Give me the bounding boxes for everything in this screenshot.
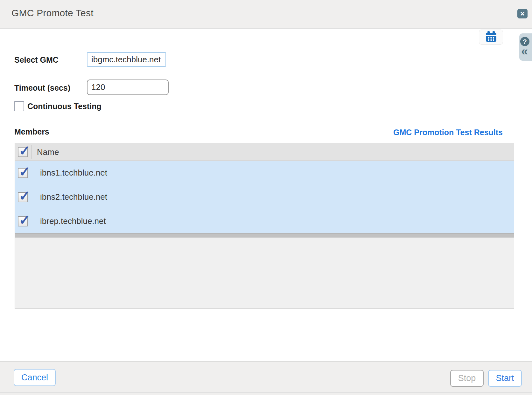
continuous-testing-label: Continuous Testing — [27, 102, 102, 111]
name-column-header: Name — [37, 143, 59, 161]
members-table-header: Name — [15, 143, 514, 161]
member-name: ibns2.techblue.net — [40, 185, 107, 209]
members-label: Members — [14, 127, 49, 136]
gmc-promote-test-dialog: GMC Promote Test ✕ ? « Select GMC Timeo — [0, 0, 532, 395]
cancel-button[interactable]: Cancel — [14, 369, 56, 386]
collapse-panel-icon[interactable]: « — [521, 45, 528, 58]
stop-button[interactable]: Stop — [450, 370, 484, 387]
select-all-checkbox[interactable] — [18, 147, 28, 157]
schedule-button[interactable] — [479, 30, 503, 45]
continuous-testing-checkbox[interactable] — [14, 101, 24, 111]
dialog-footer: Cancel Stop Start — [0, 361, 532, 395]
close-icon: ✕ — [520, 10, 525, 17]
member-name: ibns1.techblue.net — [40, 161, 107, 185]
dialog-title: GMC Promote Test — [11, 8, 94, 18]
table-row[interactable]: ibns1.techblue.net — [15, 161, 514, 185]
column-divider — [32, 145, 32, 159]
table-row[interactable]: ibns2.techblue.net — [15, 185, 514, 209]
row-checkbox[interactable] — [18, 192, 28, 202]
row-checkbox[interactable] — [18, 216, 28, 226]
collapse-glyph: « — [521, 45, 528, 58]
dialog-titlebar: GMC Promote Test ✕ — [0, 0, 532, 29]
help-glyph: ? — [523, 38, 527, 45]
table-scrollbar-track[interactable] — [15, 233, 514, 238]
gmc-promotion-test-results-link[interactable]: GMC Promotion Test Results — [393, 128, 503, 137]
footer-divider — [0, 392, 532, 393]
close-button[interactable]: ✕ — [517, 9, 528, 18]
calendar-icon — [485, 31, 497, 44]
row-checkbox[interactable] — [18, 168, 28, 178]
table-row[interactable]: ibrep.techblue.net — [15, 209, 514, 233]
timeout-label: Timeout (secs) — [14, 83, 70, 93]
side-help-panel: ? « — [519, 33, 532, 61]
timeout-input[interactable] — [87, 80, 169, 95]
start-button[interactable]: Start — [488, 370, 522, 387]
members-table: Name ibns1.techblue.net ibns2.techblue.n… — [15, 143, 514, 309]
select-gmc-label: Select GMC — [14, 55, 59, 65]
select-gmc-input[interactable] — [87, 52, 166, 67]
member-name: ibrep.techblue.net — [40, 209, 106, 233]
